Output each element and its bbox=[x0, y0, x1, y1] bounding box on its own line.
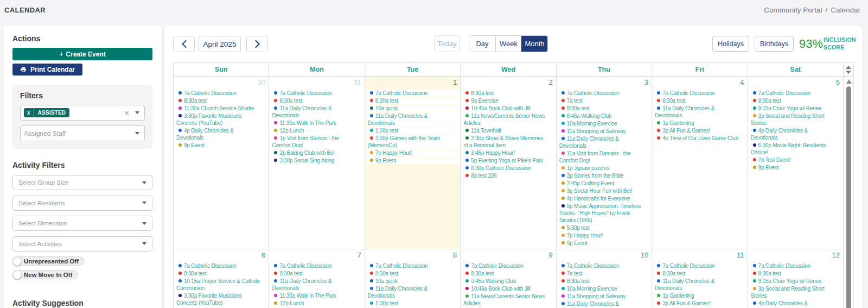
calendar-event[interactable]: 10a Morning Exercise bbox=[558, 120, 652, 127]
calendar-event[interactable]: 2p Baking Club with Bei bbox=[271, 149, 364, 156]
scroll-up-icon[interactable] bbox=[846, 66, 851, 69]
day-cell[interactable]: 7 7a Catholic Discussion8:30a test11a Da… bbox=[269, 249, 364, 308]
day-cell[interactable]: 30 7a Catholic Discussion8:30a test11:30… bbox=[173, 77, 269, 249]
calendar-event[interactable]: 8:45a Walking Club bbox=[558, 112, 652, 120]
day-cell[interactable]: 31 7a Catholic Discussion8:30a test11a D… bbox=[269, 77, 364, 249]
calendar-event[interactable]: 7p Happy Hour! bbox=[367, 149, 460, 156]
calendar-event[interactable]: 9p Event bbox=[558, 240, 652, 247]
calendar-event[interactable]: 11a Daily Chronicles & Devotionals bbox=[654, 105, 747, 119]
calendar-event[interactable]: 9:15a Chair Yoga w/ Renee bbox=[750, 278, 843, 285]
calendar-event[interactable]: 11a NewsCurrents Senior News Articles bbox=[462, 293, 556, 307]
calendar-event[interactable]: 10a Morning Exercise bbox=[558, 285, 652, 292]
day-cell[interactable]: 4 7a Catholic Discussion8:30a test11a Da… bbox=[652, 77, 747, 249]
holidays-button[interactable]: Holidays bbox=[712, 36, 749, 52]
scroll-down-icon[interactable] bbox=[846, 71, 851, 74]
calendar-event[interactable]: 5p Music Appreciation: Timeless Tracks- … bbox=[558, 203, 652, 224]
calendar-event[interactable]: 9p Event bbox=[367, 157, 460, 164]
activity-filter-select[interactable]: Select Residents bbox=[12, 196, 152, 211]
calendar-event[interactable]: 7p Happy Hour! bbox=[558, 232, 652, 239]
activity-filter-select[interactable]: Select Group Size bbox=[12, 175, 152, 190]
toggle-switch[interactable]: Unrepresented Off bbox=[12, 256, 85, 266]
day-cell[interactable]: 2 8:30a test9a Exercise10:45a Book Club … bbox=[460, 77, 556, 249]
calendar-event[interactable]: 2p Stories from the Bible bbox=[558, 172, 652, 179]
calendar-event[interactable]: 8:30a test bbox=[750, 270, 843, 277]
calendar-event[interactable]: 8p test 226 bbox=[462, 172, 556, 179]
calendar-event[interactable]: 8:30a test bbox=[558, 105, 652, 112]
scrollbar-up-arrow-icon[interactable] bbox=[846, 79, 852, 84]
today-button[interactable]: Today bbox=[434, 35, 460, 52]
day-cell[interactable]: 3 7a Catholic Discussion7a test8:30a tes… bbox=[556, 77, 652, 249]
calendar-event[interactable]: 11a Townhall bbox=[462, 127, 556, 134]
calendar-event[interactable]: 7p Test Event! bbox=[750, 156, 843, 164]
view-button-day[interactable]: Day bbox=[469, 36, 495, 52]
calendar-event[interactable]: 8:30a test bbox=[462, 90, 556, 97]
calendar-event[interactable]: 3:45p Happy Hour! bbox=[462, 149, 556, 156]
print-calendar-button[interactable]: Print Calendar bbox=[12, 64, 82, 76]
calendar-event[interactable]: 11a Daily Chronicles & Devotionals bbox=[271, 105, 364, 119]
calendar-event[interactable]: 3p All Fun & Games! bbox=[654, 300, 747, 307]
calendar-event[interactable]: 8:30a test bbox=[271, 270, 364, 277]
calendar-event[interactable]: 11a Daily Chronicles & Devotionals bbox=[367, 285, 460, 299]
calendar-event[interactable]: 8:30a test bbox=[654, 97, 747, 104]
calendar-event[interactable]: 9:15a Chair Yoga w/ Renee bbox=[750, 105, 843, 112]
chip-remove-icon[interactable]: x bbox=[24, 108, 34, 117]
toggle-switch[interactable]: New Move In Off bbox=[12, 270, 78, 279]
calendar-event[interactable]: 3p Social and Reading Short Stories bbox=[750, 285, 843, 299]
calendar-event[interactable]: 10a quick bbox=[367, 278, 460, 285]
calendar-event[interactable]: 4p Daily Chronicles & Devotionals bbox=[750, 127, 843, 141]
calendar-event[interactable]: 7a Catholic Discussion bbox=[175, 262, 269, 269]
calendar-event[interactable]: 8:30a test bbox=[271, 97, 364, 104]
calendar-event[interactable]: 8:30a test bbox=[175, 97, 269, 104]
calendar-event[interactable]: 7a Catholic Discussion bbox=[271, 90, 364, 97]
calendar-event[interactable]: 4p Handcrafts for Everyone bbox=[558, 195, 652, 202]
activity-filter-select[interactable]: Select Activities bbox=[12, 236, 152, 252]
calendar-event[interactable]: 10:45a Book Club with Jill bbox=[462, 105, 556, 112]
calendar-event[interactable]: 12p Lunch bbox=[271, 300, 364, 307]
care-level-filter[interactable]: x ASSISTED × bbox=[20, 105, 145, 121]
calendar-event[interactable]: 7a Catholic Discussion bbox=[367, 262, 460, 269]
calendar-event[interactable]: 11:30a Church Service Shuttle bbox=[175, 105, 269, 112]
prev-month-button[interactable] bbox=[173, 36, 195, 52]
calendar-event[interactable]: 7a Catholic Discussion bbox=[271, 262, 364, 269]
calendar-event[interactable]: 3:30p Social Sing Along bbox=[271, 157, 364, 164]
calendar-event[interactable]: 7a Catholic Discussion bbox=[750, 262, 843, 269]
calendar-event[interactable]: 3p All Fun & Games! bbox=[654, 127, 747, 134]
calendar-event[interactable]: 8:30a test bbox=[462, 270, 556, 277]
calendar-event[interactable]: 11a Daily Chronicles & Devotionals bbox=[558, 300, 652, 308]
calendar-event[interactable]: 9p Event bbox=[175, 142, 269, 149]
calendar-event[interactable]: 1:30p test bbox=[367, 300, 460, 307]
day-cell[interactable]: 10 7a Catholic Discussion7a test8:30a te… bbox=[556, 249, 652, 308]
calendar-event[interactable]: 10:45a Book Club with Jill bbox=[462, 285, 556, 292]
day-cell[interactable]: 1 7a Catholic Discussion8:30a test10a qu… bbox=[365, 77, 460, 249]
calendar-event[interactable]: 11a Shopping at Safeway bbox=[558, 293, 652, 300]
calendar-event[interactable]: 7a Catholic Discussion bbox=[654, 90, 747, 97]
create-event-button[interactable]: + Create Event bbox=[12, 48, 152, 60]
calendar-event[interactable]: 5p Evening Yoga at Pike's Park bbox=[462, 157, 556, 164]
calendar-event[interactable]: 7a Catholic Discussion bbox=[558, 90, 652, 97]
calendar-event[interactable]: 3:30p Games with the Team (MemoryCo) bbox=[367, 135, 460, 149]
calendar-event[interactable]: 3p Social Hour Fun with Bei! bbox=[558, 187, 652, 194]
current-month-button[interactable]: April 2025 bbox=[199, 36, 241, 52]
calendar-event[interactable]: 11:30a Walk In The Park bbox=[271, 120, 364, 127]
calendar-event[interactable]: 11a Daily Chronicles & Devotionals bbox=[654, 278, 747, 292]
calendar-event[interactable]: 8:30a test bbox=[367, 97, 460, 104]
day-cell[interactable]: 5 7a Catholic Discussion8:30a test9:15a … bbox=[748, 77, 843, 249]
calendar-event[interactable]: 10a quick bbox=[367, 105, 460, 112]
day-cell[interactable]: 12 7a Catholic Discussion8:30a test9:15a… bbox=[748, 249, 843, 308]
calendar-event[interactable]: 12p Lunch bbox=[271, 127, 364, 134]
calendar-event[interactable]: 5:30p test bbox=[558, 224, 652, 231]
calendar-event[interactable]: 10:15a Prayer Service & Catholic Communi… bbox=[175, 278, 269, 292]
calendar-event[interactable]: 1:30p test bbox=[367, 127, 460, 134]
calendar-event[interactable]: 9p Event bbox=[750, 164, 843, 171]
day-cell[interactable]: 11 7a Catholic Discussion8:30a test11a D… bbox=[652, 249, 747, 308]
calendar-event[interactable]: 8:30a test bbox=[750, 97, 843, 104]
calendar-event[interactable]: 4p Daily Chronicles & Devotionals bbox=[175, 127, 269, 141]
day-cell[interactable]: 6 7a Catholic Discussion8:30a test10:15a… bbox=[173, 249, 269, 308]
calendar-event[interactable]: 11a Daily Chronicles & Devotionals bbox=[558, 135, 652, 149]
calendar-event[interactable]: 1p Gardening bbox=[654, 292, 747, 299]
assigned-staff-select[interactable]: Assigned Staff bbox=[20, 125, 145, 141]
view-button-week[interactable]: Week bbox=[495, 36, 521, 52]
activity-filter-select[interactable]: Select Dimension bbox=[12, 216, 152, 231]
chevron-down-icon[interactable] bbox=[135, 111, 139, 114]
calendar-event[interactable]: 9a Exercise bbox=[462, 97, 556, 104]
